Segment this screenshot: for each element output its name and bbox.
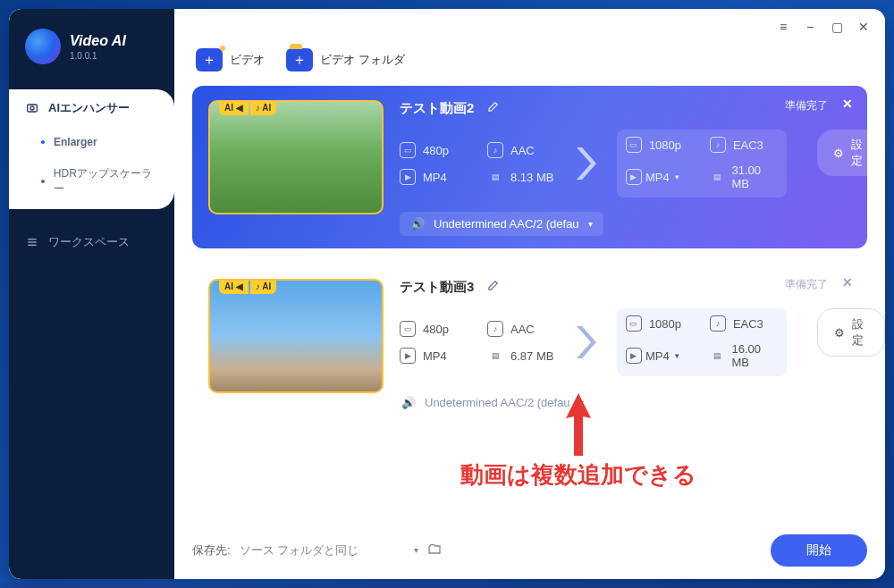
app-logo-icon (25, 29, 61, 64)
main-panel: ≡ − ▢ ✕ ＋ ビデオ ＋ ビデオ フォルダ AI ◀ ♪ AI (174, 9, 885, 579)
start-button[interactable]: 開始 (771, 534, 867, 567)
minimize-icon[interactable]: − (803, 20, 817, 34)
annotation-text: 動画は複数追加できる (460, 459, 696, 491)
remove-card-icon[interactable]: ✕ (842, 275, 853, 290)
input-specs: ▭480p ▶MP4 (400, 142, 468, 185)
sidebar-item-workspace[interactable]: ワークスペース (9, 225, 174, 259)
add-video-button[interactable]: ＋ ビデオ (196, 48, 265, 71)
logo-area: Video AI 1.0.0.1 (9, 9, 174, 73)
sidebar-item-label: HDRアップスケーラー (54, 166, 158, 197)
gear-icon: ⚙ (834, 326, 845, 340)
svg-point-1 (30, 106, 34, 110)
save-label: 保存先: (192, 542, 231, 559)
sidebar-workspace-label: ワークスペース (48, 234, 130, 250)
status-label: 準備完了 (785, 98, 828, 113)
audio-icon: ♪ (710, 315, 726, 332)
output-container-select[interactable]: ▶MP4 (626, 164, 694, 190)
sidebar-item-hdr[interactable]: HDRアップスケーラー (9, 157, 174, 209)
sidebar-group-enhancer: AIエンハンサー Enlarger HDRアップスケーラー (9, 89, 174, 209)
add-folder-button[interactable]: ＋ ビデオ フォルダ (286, 48, 405, 71)
ai-badge: AI ◀ (219, 279, 249, 294)
close-icon[interactable]: ✕ (856, 20, 871, 34)
card-body: テスト動画2 ▭480p ▶MP4 ♪AAC ▤8.13 MB (400, 100, 883, 236)
status-label: 準備完了 (785, 277, 828, 292)
bottom-bar: 保存先: ソース フォルダと同じ 開始 (192, 534, 867, 567)
monitor-icon: ▭ (400, 321, 416, 337)
sidebar: Video AI 1.0.0.1 AIエンハンサー Enlarger HDRアッ… (9, 9, 174, 579)
audio-ai-badge: ♪ AI (250, 279, 276, 294)
play-icon: ▶ (400, 169, 416, 185)
window-controls: ≡ − ▢ ✕ (776, 20, 871, 34)
storage-icon: ▤ (487, 348, 503, 364)
settings-button[interactable]: ⚙ 設定 (817, 308, 885, 357)
app-window: Video AI 1.0.0.1 AIエンハンサー Enlarger HDRアッ… (9, 9, 885, 579)
maximize-icon[interactable]: ▢ (830, 20, 844, 34)
audio-icon: ♪ (487, 142, 503, 158)
speaker-icon: 🔊 (401, 396, 416, 409)
storage-icon: ▤ (710, 169, 725, 185)
speaker-icon: 🔊 (410, 217, 425, 231)
output-container-select[interactable]: ▶MP4 (626, 342, 694, 369)
output-specs-container: ▭1080p ♪EAC3 ▶MP4 ▤16.00 MB (617, 308, 787, 376)
play-icon: ▶ (626, 348, 642, 364)
arrow-up-icon (561, 393, 596, 456)
add-folder-label: ビデオ フォルダ (320, 52, 405, 68)
save-location-select[interactable]: ソース フォルダと同じ (240, 542, 418, 559)
sidebar-item-enlarger[interactable]: Enlarger (9, 127, 174, 157)
output-specs: ▭1080p ♪EAC3 ▶MP4 ▤16.00 MB (617, 308, 787, 376)
browse-folder-icon[interactable] (427, 542, 442, 559)
card-title: テスト動画3 (400, 279, 474, 296)
annotation: 動画は複数追加できる (460, 393, 696, 491)
app-name: Video AI (70, 33, 126, 49)
audio-icon: ♪ (710, 137, 726, 153)
input-specs-2: ♪AAC ▤6.87 MB (487, 321, 555, 364)
card-title: テスト動画2 (400, 100, 474, 117)
output-specs: ▭1080p ♪EAC3 ▶MP4 ▤31.00 MB (617, 130, 787, 197)
settings-button[interactable]: ⚙ 設定 (817, 130, 883, 176)
add-folder-icon: ＋ (286, 48, 313, 71)
monitor-icon: ▭ (626, 315, 642, 332)
add-video-label: ビデオ (230, 52, 265, 68)
arrow-icon (575, 142, 597, 185)
video-thumbnail[interactable]: AI ◀ ♪ AI (208, 279, 384, 393)
cards-list: AI ◀ ♪ AI テスト動画2 ▭480p ▶MP4 (174, 82, 885, 431)
monitor-icon: ▭ (626, 137, 642, 153)
app-version: 1.0.0.1 (70, 51, 126, 61)
list-icon (25, 235, 39, 249)
arrow-icon (575, 321, 597, 364)
sidebar-item-label: Enlarger (54, 136, 97, 148)
audio-track-select[interactable]: 🔊 Undetermined AAC/2 (defau (400, 212, 603, 236)
sidebar-enhancer-label: AIエンハンサー (48, 100, 130, 116)
enhancer-icon (25, 101, 39, 115)
input-specs-2: ♪AAC ▤8.13 MB (487, 142, 555, 185)
audio-icon: ♪ (487, 321, 503, 337)
sidebar-item-enhancer[interactable]: AIエンハンサー (9, 89, 174, 127)
gear-icon: ⚙ (833, 147, 844, 160)
edit-title-icon[interactable] (486, 101, 499, 117)
bullet-icon (41, 180, 45, 183)
play-icon: ▶ (626, 169, 642, 185)
storage-icon: ▤ (487, 169, 503, 185)
storage-icon: ▤ (710, 348, 725, 364)
bullet-icon (41, 140, 45, 144)
ai-badge: AI ◀ (219, 100, 249, 115)
save-location: 保存先: ソース フォルダと同じ (192, 542, 442, 559)
output-specs-container: ▭1080p ♪EAC3 ▶MP4 ▤31.00 MB (617, 130, 787, 197)
remove-card-icon[interactable]: ✕ (842, 97, 853, 111)
audio-ai-badge: ♪ AI (250, 100, 276, 115)
video-thumbnail[interactable]: AI ◀ ♪ AI (208, 100, 384, 214)
input-specs: ▭480p ▶MP4 (400, 321, 468, 364)
desktop-taskbar (0, 583, 894, 588)
menu-icon[interactable]: ≡ (776, 20, 790, 34)
svg-rect-0 (28, 105, 38, 112)
add-video-icon: ＋ (196, 48, 223, 71)
badge-strip: AI ◀ ♪ AI (219, 279, 276, 294)
badge-strip: AI ◀ ♪ AI (219, 100, 276, 115)
edit-title-icon[interactable] (486, 280, 499, 296)
monitor-icon: ▭ (400, 142, 416, 158)
play-icon: ▶ (400, 348, 416, 364)
video-card[interactable]: AI ◀ ♪ AI テスト動画2 ▭480p ▶MP4 (192, 86, 867, 248)
